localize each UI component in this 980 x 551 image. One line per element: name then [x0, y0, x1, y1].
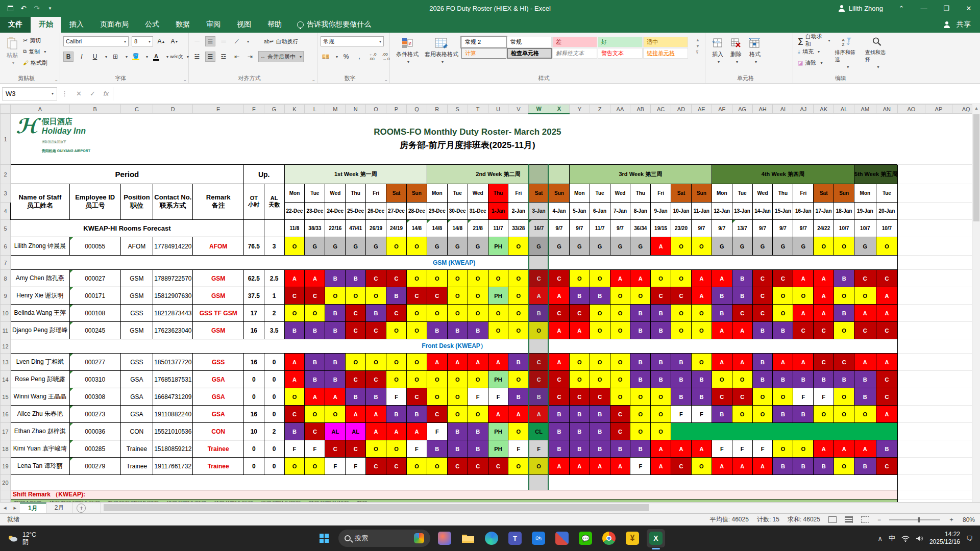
- shift-cell-15-Jan[interactable]: O: [773, 305, 793, 322]
- shift-cell-1-Jan[interactable]: O: [488, 270, 508, 287]
- shift-cell-9-Jan[interactable]: B: [651, 371, 671, 388]
- shift-cell-6-Jan[interactable]: B: [590, 287, 610, 305]
- percent-icon[interactable]: %: [341, 52, 351, 62]
- staff-remark[interactable]: GSM: [193, 287, 244, 305]
- staff-position[interactable]: GSA: [120, 406, 153, 423]
- row-header-1[interactable]: 1: [1, 114, 11, 165]
- shift-cell-3-Jan[interactable]: B: [529, 305, 549, 322]
- forecast-9-Jan[interactable]: 19/15: [651, 220, 671, 237]
- shift-cell-18-Jan[interactable]: O: [834, 237, 854, 256]
- shift-cell-2-Jan[interactable]: O: [508, 237, 529, 256]
- shift-cell-6-Jan[interactable]: O: [590, 354, 610, 371]
- shift-cell-12-Jan[interactable]: G: [712, 237, 732, 256]
- shift-cell-8-Jan[interactable]: B: [630, 440, 651, 458]
- zoom-slider[interactable]: [889, 519, 940, 520]
- tray-chevron-up-icon[interactable]: ∧: [877, 535, 883, 542]
- staff-name[interactable]: Belinda Wang 王萍: [10, 305, 69, 322]
- day-cell-19-Jan[interactable]: Mon: [854, 184, 876, 203]
- shift-cell-7-Jan[interactable]: O: [610, 354, 630, 371]
- shift-cell-29-Dec[interactable]: O: [427, 458, 447, 475]
- shift-cell-15-Jan[interactable]: B: [773, 371, 793, 388]
- shift-cell-26-Dec[interactable]: C: [366, 371, 386, 388]
- col-header-M[interactable]: M: [325, 105, 346, 114]
- day-cell-3-Jan[interactable]: Sat: [529, 184, 549, 203]
- zoom-in-icon[interactable]: ＋: [948, 515, 954, 524]
- shift-cell-15-Jan[interactable]: O: [773, 388, 793, 406]
- shift-cell-10-Jan[interactable]: B: [671, 388, 692, 406]
- shift-cell-27-Dec[interactable]: C: [386, 270, 407, 287]
- shift-cell-28-Dec[interactable]: C: [406, 388, 427, 406]
- shift-cell-14-Jan[interactable]: O: [752, 388, 773, 406]
- staff-al[interactable]: 3.5: [264, 322, 284, 339]
- shift-cell-25-Dec[interactable]: C: [346, 440, 366, 458]
- wrap-text-button[interactable]: ab↵自动换行: [262, 36, 300, 47]
- title-spacer[interactable]: [651, 114, 898, 165]
- align-center-icon[interactable]: ☰: [205, 52, 215, 62]
- shift-cell-19-Jan[interactable]: [854, 423, 876, 440]
- shift-cell-17-Jan[interactable]: A: [814, 305, 834, 322]
- shift-cell-9-Jan[interactable]: O: [651, 406, 671, 423]
- empty-cells[interactable]: [898, 475, 980, 490]
- shift-cell-30-Dec[interactable]: B: [447, 423, 468, 440]
- staff-contact[interactable]: 17623623040: [153, 322, 193, 339]
- tab-data[interactable]: 数据: [167, 17, 198, 33]
- decrease-font-icon[interactable]: A▼: [169, 36, 180, 46]
- shift-cell-7-Jan[interactable]: C: [610, 423, 630, 440]
- staff-contact[interactable]: 19110882240: [153, 406, 193, 423]
- row-header-16[interactable]: 16: [1, 406, 11, 423]
- copy-button[interactable]: ⧉复制▾: [21, 46, 49, 57]
- shift-cell-30-Dec[interactable]: A: [447, 354, 468, 371]
- staff-id[interactable]: 000055: [69, 237, 120, 256]
- staff-remark[interactable]: AFOM: [193, 237, 244, 256]
- empty-cells[interactable]: [898, 354, 980, 371]
- empty-cells[interactable]: [898, 339, 980, 354]
- shift-cell-29-Dec[interactable]: O: [427, 305, 447, 322]
- forecast-23-Dec[interactable]: 38/33: [305, 220, 325, 237]
- shift-cell-22-Dec[interactable]: A: [284, 354, 305, 371]
- merge-center-button[interactable]: ⇔合并后居中▾: [258, 51, 304, 62]
- clock[interactable]: 14:222025/12/16: [929, 531, 960, 546]
- staff-remark[interactable]: Trainee: [193, 440, 244, 458]
- shift-cell-13-Jan[interactable]: G: [732, 237, 752, 256]
- forecast-7-Jan[interactable]: 9/7: [610, 220, 630, 237]
- shift-cell-11-Jan[interactable]: O: [691, 354, 712, 371]
- save-icon[interactable]: [6, 4, 14, 12]
- shift-cell-31-Dec[interactable]: O: [468, 305, 488, 322]
- shift-cell-15-Jan[interactable]: O: [773, 287, 793, 305]
- comma-style-icon[interactable]: ,: [354, 52, 364, 62]
- staff-id[interactable]: 000245: [69, 322, 120, 339]
- staff-position[interactable]: GSM: [120, 287, 153, 305]
- shift-cell-3-Jan[interactable]: F: [529, 440, 549, 458]
- shift-cell-17-Jan[interactable]: A: [814, 440, 834, 458]
- staff-name[interactable]: Alice Zhu 朱春艳: [10, 406, 69, 423]
- shift-cell-1-Jan[interactable]: A: [488, 354, 508, 371]
- shift-cell-15-Jan[interactable]: G: [773, 237, 793, 256]
- staff-al[interactable]: 1: [264, 287, 284, 305]
- shift-cell-26-Dec[interactable]: O: [366, 440, 386, 458]
- zoom-knob[interactable]: [918, 517, 920, 522]
- shift-cell-29-Dec[interactable]: B: [427, 322, 447, 339]
- shift-cell-28-Dec[interactable]: O: [406, 371, 427, 388]
- shift-cell-10-Jan[interactable]: O: [671, 237, 692, 256]
- staff-position[interactable]: GSA: [120, 388, 153, 406]
- date-cell-14-Jan[interactable]: 14-Jan: [752, 203, 773, 220]
- shift-cell-18-Jan[interactable]: O: [834, 287, 854, 305]
- shift-cell-1-Jan[interactable]: C: [488, 458, 508, 475]
- forecast-26-Dec[interactable]: 26/19: [366, 220, 386, 237]
- col-header-S[interactable]: S: [447, 105, 468, 114]
- date-cell-6-Jan[interactable]: 6-Jan: [590, 203, 610, 220]
- shift-cell-23-Dec[interactable]: B: [305, 354, 325, 371]
- shift-cell-23-Dec[interactable]: C: [305, 287, 325, 305]
- staff-ot[interactable]: 37.5: [243, 287, 264, 305]
- day-cell-24-Dec[interactable]: Wed: [325, 184, 346, 203]
- staff-al[interactable]: 0: [264, 406, 284, 423]
- sheet-nav-right-icon[interactable]: ▸: [10, 505, 20, 511]
- fx-icon[interactable]: fx: [100, 90, 113, 97]
- col-header-L[interactable]: L: [305, 105, 325, 114]
- staff-name[interactable]: Rose Peng 彭晓露: [10, 371, 69, 388]
- shift-cell-22-Dec[interactable]: A: [284, 371, 305, 388]
- date-cell-28-Dec[interactable]: 28-Dec: [406, 203, 427, 220]
- staff-name[interactable]: Lena Tan 谭玲丽: [10, 458, 69, 475]
- shift-cell-16-Jan[interactable]: B: [793, 406, 814, 423]
- section-gsm[interactable]: GSM (KWEAP): [10, 256, 897, 270]
